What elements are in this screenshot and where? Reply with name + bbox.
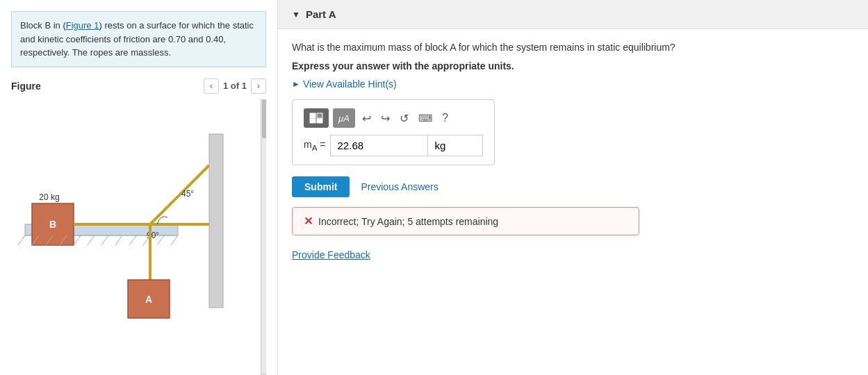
undo-button[interactable]: ↩ [359, 109, 374, 128]
svg-line-22 [129, 235, 136, 245]
grid-icon [309, 112, 323, 124]
figure-svg: B 20 kg 45° 90° A [11, 99, 266, 294]
svg-rect-27 [317, 113, 322, 118]
error-box: ✕ Incorrect; Try Again; 5 attempts remai… [292, 207, 639, 235]
refresh-button[interactable]: ↺ [397, 109, 411, 128]
figure-area: B 20 kg 45° 90° A [11, 99, 266, 376]
svg-text:90°: 90° [147, 231, 159, 240]
answer-input[interactable] [330, 135, 427, 156]
svg-line-6 [150, 165, 209, 224]
part-header: ▼ Part A [278, 0, 868, 29]
figure-page: 1 of 1 [223, 81, 247, 91]
part-title: Part A [306, 8, 336, 20]
grid-button[interactable] [304, 108, 329, 128]
provide-feedback-link[interactable]: Provide Feedback [292, 249, 854, 260]
svg-line-25 [171, 235, 178, 245]
unit-input[interactable] [427, 135, 483, 156]
svg-line-20 [101, 235, 108, 245]
figure-header: Figure ‹ 1 of 1 › [0, 73, 277, 99]
next-figure-button[interactable]: › [251, 78, 266, 94]
svg-rect-29 [317, 119, 322, 123]
part-content: What is the maximum mass of block A for … [278, 29, 868, 283]
svg-text:45°: 45° [181, 189, 194, 199]
previous-answers-link[interactable]: Previous Answers [361, 181, 438, 192]
figure-nav: ‹ 1 of 1 › [204, 78, 266, 94]
keyboard-button[interactable]: ⌨ [416, 110, 435, 126]
redo-button[interactable]: ↪ [378, 109, 393, 128]
mu-button[interactable]: μΑ [333, 108, 355, 128]
toolbar: μΑ ↩ ↪ ↺ ⌨ ? [304, 108, 483, 128]
figure-scrollbar[interactable] [261, 99, 266, 376]
svg-text:20 kg: 20 kg [39, 192, 59, 202]
express-text: Express your answer with the appropriate… [292, 60, 854, 72]
input-label: mA = [304, 139, 326, 152]
submit-row: Submit Previous Answers [292, 176, 854, 197]
right-panel: ▼ Part A What is the maximum mass of blo… [278, 0, 868, 375]
prev-figure-button[interactable]: ‹ [204, 78, 219, 94]
left-panel: Block B in (Figure 1) rests on a surface… [0, 0, 278, 375]
svg-rect-26 [310, 113, 316, 118]
problem-description: Block B in (Figure 1) rests on a surface… [11, 11, 266, 67]
svg-rect-28 [310, 119, 316, 123]
collapse-arrow[interactable]: ▼ [292, 10, 300, 19]
svg-line-14 [18, 235, 25, 245]
svg-rect-7 [209, 134, 223, 308]
submit-button[interactable]: Submit [292, 176, 350, 197]
input-row: mA = [304, 135, 483, 156]
figure-label: Figure [11, 81, 41, 92]
svg-text:A: A [145, 294, 152, 305]
svg-line-18 [74, 235, 81, 245]
hint-arrow-icon: ► [292, 79, 300, 89]
error-icon: ✕ [304, 215, 313, 228]
help-button[interactable]: ? [439, 109, 451, 127]
hint-link[interactable]: ► View Available Hint(s) [292, 78, 854, 90]
svg-line-19 [88, 235, 95, 245]
svg-line-21 [115, 235, 122, 245]
answer-box: μΑ ↩ ↪ ↺ ⌨ ? mA = [292, 99, 495, 165]
error-message: Incorrect; Try Again; 5 attempts remaini… [318, 216, 498, 227]
hint-link-text: View Available Hint(s) [303, 78, 397, 90]
question-text: What is the maximum mass of block A for … [292, 40, 854, 55]
figure-link[interactable]: Figure 1 [66, 20, 99, 31]
svg-text:B: B [49, 219, 56, 230]
